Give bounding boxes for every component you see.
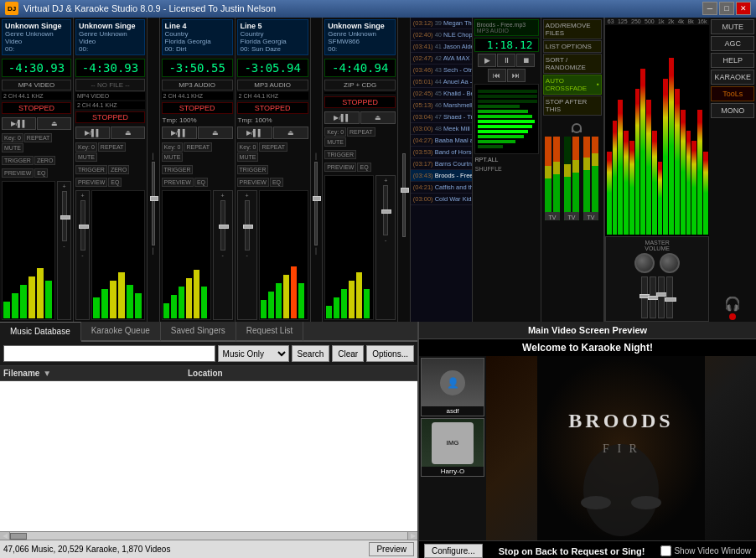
scroll-right-arrow[interactable]: ▶ (407, 532, 417, 540)
playlist-item-5[interactable]: (05:01) 44 Anuel Aa - China (feat. (411, 76, 472, 88)
playlist-item-10[interactable]: (04:27) Baaba Maal and Mumford (411, 135, 472, 147)
deck2-zero[interactable]: ZERO (108, 165, 129, 174)
filter-dropdown[interactable]: Music Only All Karaoke Only Video Only (218, 345, 289, 362)
deck1-eject[interactable]: ⏏ (37, 117, 71, 130)
deck3-preview[interactable]: PREVIEW (162, 178, 194, 187)
crossfader-5mix[interactable] (402, 153, 406, 237)
playlist-item-6[interactable]: (02:45) 45 Khalid - Better.mp3 (411, 88, 472, 100)
deck4-eject[interactable]: ⏏ (273, 127, 308, 139)
playlist-item-4[interactable]: (03:46) 43 Sech - Otro Trago.mp3 (411, 65, 472, 76)
list-options-btn[interactable]: LIST OPTIONS (543, 40, 602, 53)
deck2-preview[interactable]: PREVIEW (75, 178, 107, 187)
search-button[interactable]: Search (292, 345, 330, 362)
deck5-repeat[interactable]: REPEAT (347, 127, 375, 137)
options-button[interactable]: Options... (366, 345, 414, 362)
master-slider-4[interactable] (666, 276, 673, 318)
master-vol-knob-right[interactable] (660, 253, 680, 273)
deck3-trigger[interactable]: TRIGGER (162, 165, 194, 174)
deck4-trigger[interactable]: TRIGGER (237, 165, 269, 174)
preview-button[interactable]: Preview (369, 542, 414, 556)
mute-right-btn[interactable]: MUTE (711, 19, 754, 34)
playlist-item-15[interactable]: (03:00) Cold War Kids - Fire.mp3 (411, 194, 472, 205)
deck3-pitch-slider[interactable] (220, 200, 225, 251)
master-slider-1[interactable] (641, 276, 648, 318)
tools-btn[interactable]: TooLs (711, 86, 754, 101)
deck1-preview[interactable]: PREVIEW (2, 168, 34, 178)
deck1-trigger[interactable]: TRIGGER (2, 156, 34, 165)
playlist-item-12[interactable]: (03:17) Barns Courtney - Fire.mp3 (411, 158, 472, 170)
deck2-play[interactable]: ▶/▌▌ (75, 127, 110, 139)
shuffle-btn[interactable]: SHUFFLE (474, 165, 539, 173)
playlist-item-7[interactable]: (05:13) 46 Marshmello - Alone.m (411, 100, 472, 111)
deck1-mute[interactable]: MUTE (2, 143, 23, 152)
tab-request-list[interactable]: Request List (236, 322, 304, 342)
thumbnail-2[interactable]: IMG Harry-O (421, 418, 484, 477)
deck3-repeat[interactable]: REPEAT (184, 142, 212, 152)
tab-music-database[interactable]: Music Database (0, 322, 81, 342)
add-remove-files-btn[interactable]: ADD/REMOVE FILES (543, 19, 602, 39)
deck4-eq[interactable]: EQ (270, 178, 283, 187)
deck4-mute[interactable]: MUTE (237, 152, 259, 162)
deck2-eq[interactable]: EQ (108, 178, 122, 187)
deck3-mute[interactable]: MUTE (162, 152, 184, 162)
playlist-item-9[interactable]: (03:00) 48 Meek Mill - Going Bad ( (411, 123, 472, 135)
stop-after-btn[interactable]: STOP AFTER THIS (543, 96, 602, 116)
sort-icon[interactable]: ▼ (43, 369, 51, 378)
sort-randomize-btn[interactable]: SORT / RANDOMIZE (543, 54, 602, 74)
deck5-trigger[interactable]: TRIGGER (324, 150, 356, 159)
deck4-preview[interactable]: PREVIEW (237, 178, 269, 187)
deck1-zero[interactable]: ZERO (34, 156, 55, 165)
deck2-trigger[interactable]: TRIGGER (75, 165, 107, 174)
deck5-play[interactable]: ▶/▌▌ (324, 111, 360, 124)
deck1-eq[interactable]: EQ (34, 168, 48, 178)
mixer-prev[interactable]: ⏮ (488, 69, 506, 82)
deck4-repeat[interactable]: REPEAT (259, 142, 287, 152)
close-button[interactable]: ✕ (736, 2, 751, 15)
deck5-eject[interactable]: ⏏ (360, 111, 396, 124)
auto-crossfade-btn[interactable]: AUTO CROSSFADE ▪ (543, 75, 602, 95)
deck2-repeat[interactable]: REPEAT (98, 142, 127, 152)
deck5-mute[interactable]: MUTE (324, 137, 346, 147)
master-slider-3[interactable] (658, 276, 665, 318)
deck1-pitch-slider[interactable] (62, 191, 67, 241)
maximize-button[interactable]: □ (719, 2, 734, 15)
deck2-pitch-slider[interactable] (80, 200, 85, 251)
thumbnail-1[interactable]: 👤 asdf (421, 358, 484, 416)
rpt-all-btn[interactable]: RPT.ALL (474, 156, 539, 163)
crossfader-12[interactable] (152, 162, 155, 245)
deck2-eject[interactable]: ⏏ (111, 127, 145, 139)
mixer-stop[interactable]: ⏹ (516, 54, 535, 67)
search-input[interactable] (3, 345, 215, 362)
deck3-play[interactable]: ▶/▌▌ (162, 127, 197, 139)
deck2-mute[interactable]: MUTE (75, 152, 97, 162)
deck4-play[interactable]: ▶/▌▌ (237, 127, 272, 139)
help-btn[interactable]: HELP (711, 53, 754, 68)
deck5-pitch-slider[interactable] (383, 185, 388, 235)
master-vol-knob-left[interactable] (634, 253, 655, 273)
mono-btn[interactable]: MONO (711, 103, 754, 118)
deck5-eq[interactable]: EQ (357, 163, 370, 172)
deck3-eq[interactable]: EQ (194, 178, 208, 187)
master-slider-2[interactable] (650, 276, 656, 318)
playlist-item-11[interactable]: (03:53) Band of Horses - Casual (411, 147, 472, 158)
minimize-button[interactable]: ─ (702, 2, 717, 15)
show-video-checkbox[interactable] (660, 545, 671, 556)
playlist-item-8[interactable]: (03:04) 47 Shaed - Trampoline.mp (411, 111, 472, 123)
configure-button[interactable]: Configure... (424, 544, 483, 558)
deck1-play[interactable]: ▶/▌▌ (2, 117, 36, 130)
clear-button[interactable]: Clear (332, 345, 364, 362)
tab-karaoke-queue[interactable]: Karaoke Queue (81, 322, 161, 342)
playlist-item-3[interactable]: (02:47) 42 AVA MAX - Sweet Bu (411, 53, 472, 65)
scroll-left-arrow[interactable]: ◀ (0, 532, 10, 540)
mixer-next[interactable]: ⏭ (507, 69, 526, 82)
playlist-item-1[interactable]: (02:40) 40 NLE Choppa - Shotta F (411, 29, 472, 41)
scroll-thumb[interactable] (10, 533, 27, 540)
playlist-item-0[interactable]: (03:12) 39 Megan Thee Stallion - (411, 18, 472, 29)
playlist-item-13[interactable]: (03:43) Broods - Free.mp3 (411, 170, 472, 182)
deck1-repeat[interactable]: REPEAT (24, 133, 53, 142)
tab-saved-singers[interactable]: Saved Singers (161, 322, 236, 342)
mixer-pause[interactable]: ⏸ (497, 54, 515, 67)
deck3-eject[interactable]: ⏏ (198, 127, 233, 139)
crossfader-34[interactable] (314, 162, 318, 245)
deck4-pitch-slider[interactable] (245, 200, 250, 251)
